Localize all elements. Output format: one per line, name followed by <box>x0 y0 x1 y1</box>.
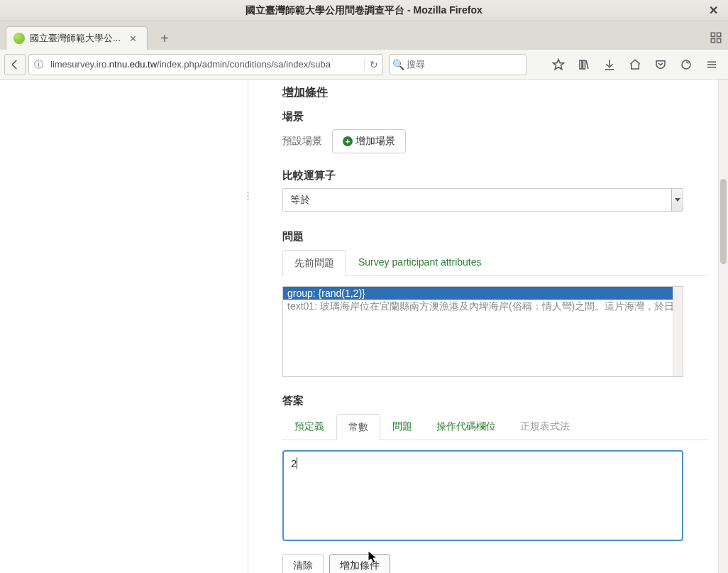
tab-constant[interactable]: 常數 <box>336 414 380 440</box>
new-tab-button[interactable]: + <box>155 28 175 50</box>
browser-navbar: ⓘ limesurvey.iro.ntnu.edu.tw/index.php/a… <box>0 50 728 80</box>
question-item[interactable]: text01: 玻璃海岸位在宜蘭縣南方澳漁港及內埤海岸(俗稱：情人彎)之間。這片… <box>283 300 683 314</box>
svg-rect-6 <box>583 60 585 69</box>
question-item-selected[interactable]: group: {rand(1,2)} <box>283 287 683 300</box>
question-tabs: 先前問題 Survey participant attributes <box>282 249 708 276</box>
label-question: 問題 <box>282 230 708 244</box>
library-button[interactable] <box>572 54 596 75</box>
back-button[interactable] <box>4 54 26 75</box>
page-viewport: ⋮ 增加條件 場景 預設場景 + 增加場景 比較運算子 等於 問題 先前問題 S… <box>0 80 728 573</box>
browser-tab[interactable]: 國立臺灣師範大學公... ✕ <box>6 26 148 50</box>
url-path: /index.php/admin/conditions/sa/index/sub… <box>157 59 331 70</box>
home-button[interactable] <box>623 54 647 75</box>
default-scene-text: 預設場景 <box>282 135 322 148</box>
url-text[interactable]: limesurvey.iro.ntnu.edu.tw/index.php/adm… <box>48 59 364 70</box>
svg-rect-1 <box>717 33 721 36</box>
tabs-overview-icon[interactable] <box>710 31 722 44</box>
label-scene: 場景 <box>282 110 708 124</box>
tab-regex[interactable]: 正規表式法 <box>508 413 582 440</box>
heading-add-condition: 增加條件 <box>282 85 708 100</box>
svg-rect-3 <box>717 39 721 43</box>
tab-close-icon[interactable]: ✕ <box>126 33 140 44</box>
clear-button[interactable]: 清除 <box>282 554 324 573</box>
tab-title: 國立臺灣師範大學公... <box>30 32 121 45</box>
menu-button[interactable] <box>700 54 724 75</box>
listbox-scrollbar[interactable] <box>673 287 683 376</box>
window-titlebar: 國立臺灣師範大學公用問卷調查平台 - Mozilla Firefox ✕ <box>0 0 728 21</box>
plus-icon: + <box>343 136 353 146</box>
select-handle-icon[interactable] <box>671 189 683 211</box>
comparator-value: 等於 <box>290 194 310 207</box>
label-comparator: 比較運算子 <box>282 169 708 182</box>
site-info-icon[interactable]: ⓘ <box>29 58 48 71</box>
answer-textarea[interactable]: 2 <box>282 450 683 541</box>
pocket-button[interactable] <box>649 54 673 75</box>
svg-marker-4 <box>553 59 564 69</box>
add-condition-button[interactable]: 增加條件 <box>329 554 390 573</box>
label-answer: 答案 <box>282 394 708 408</box>
panel-drag-handle[interactable]: ⋮ <box>243 190 251 201</box>
svg-line-7 <box>586 60 588 69</box>
downloads-button[interactable] <box>597 54 622 75</box>
reload-button[interactable]: ↻ <box>364 59 382 70</box>
condition-form: 增加條件 場景 預設場景 + 增加場景 比較運算子 等於 問題 先前問題 Sur… <box>282 80 708 573</box>
tab-predefined[interactable]: 預定義 <box>282 413 336 440</box>
search-input[interactable] <box>407 59 526 70</box>
add-scene-label: 增加場景 <box>355 135 395 148</box>
url-bar[interactable]: ⓘ limesurvey.iro.ntnu.edu.tw/index.php/a… <box>28 54 383 75</box>
url-pre: limesurvey.iro. <box>50 59 109 70</box>
tab-favicon-icon <box>13 33 25 44</box>
tab-opcode[interactable]: 操作代碼欄位 <box>424 413 508 440</box>
svg-rect-0 <box>711 33 715 36</box>
add-scene-button[interactable]: + 增加場景 <box>332 129 406 153</box>
answer-tabs: 預定義 常數 問題 操作代碼欄位 正規表式法 <box>282 413 708 440</box>
search-bar[interactable]: 🔍 <box>389 54 526 75</box>
svg-rect-2 <box>711 39 715 43</box>
sync-button[interactable] <box>674 54 698 75</box>
scrollbar-thumb[interactable] <box>720 179 727 264</box>
bookmark-button[interactable] <box>546 54 570 75</box>
tab-previous-question[interactable]: 先前問題 <box>282 250 346 276</box>
window-close-button[interactable]: ✕ <box>705 2 722 18</box>
url-host: ntnu.edu.tw <box>109 59 157 70</box>
window-title: 國立臺灣師範大學公用問卷調查平台 - Mozilla Firefox <box>246 4 482 17</box>
text-caret <box>297 457 300 469</box>
panel-separator <box>248 80 248 573</box>
tab-participant-attributes[interactable]: Survey participant attributes <box>346 249 494 275</box>
browser-tabstrip: 國立臺灣師範大學公... ✕ + <box>0 21 728 50</box>
svg-rect-5 <box>580 60 582 69</box>
toolbar-icons <box>546 54 724 75</box>
page-scrollbar[interactable] <box>718 80 728 573</box>
search-icon: 🔍 <box>390 59 407 70</box>
comparator-select[interactable]: 等於 <box>282 188 683 212</box>
tab-question[interactable]: 問題 <box>380 413 424 440</box>
question-listbox[interactable]: group: {rand(1,2)} text01: 玻璃海岸位在宜蘭縣南方澳漁… <box>282 286 683 377</box>
